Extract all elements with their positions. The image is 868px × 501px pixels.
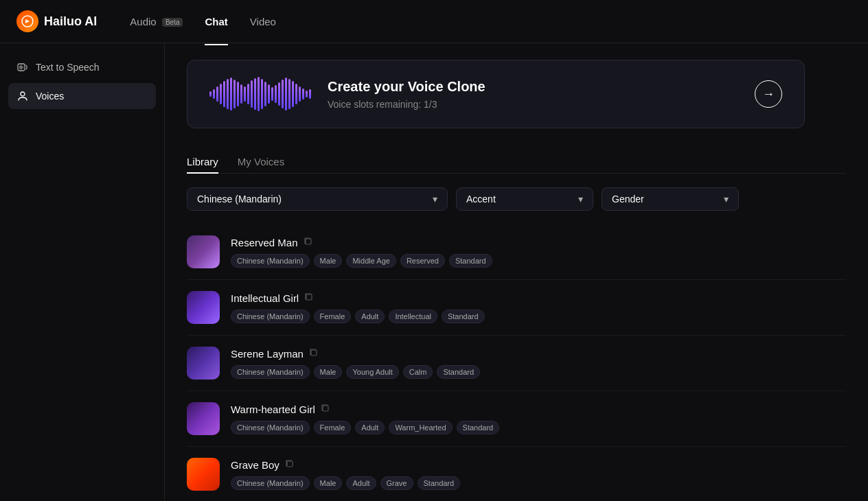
- tag: Standard: [449, 254, 492, 268]
- tag: Standard: [457, 421, 500, 434]
- copy-icon-2[interactable]: [309, 348, 319, 360]
- tag: Middle Age: [346, 254, 396, 268]
- voice-info-0: Reserved ManChinese (Mandarin)MaleMiddle…: [231, 237, 846, 268]
- tag: Chinese (Mandarin): [231, 476, 310, 490]
- voice-name-row-4: Grave Boy: [231, 459, 846, 471]
- logo-icon: [16, 10, 38, 32]
- tag: Female: [314, 421, 352, 434]
- filters: Chinese (Mandarin) ▾ Accent ▾ Gender ▾: [187, 187, 846, 211]
- layout: Text to Speech Voices Create your Voice …: [0, 43, 868, 501]
- tag: Chinese (Mandarin): [231, 421, 310, 434]
- voice-avatar-4: [187, 458, 220, 491]
- voice-avatar-0: [187, 235, 220, 268]
- tag: Adult: [355, 310, 385, 323]
- tag: Chinese (Mandarin): [231, 254, 310, 268]
- main-content: Create your Voice Clone Voice slots rema…: [165, 43, 868, 501]
- banner-subtitle: Voice slots remaining: 1/3: [328, 99, 738, 110]
- tag: Chinese (Mandarin): [231, 365, 310, 379]
- accent-filter[interactable]: Accent ▾: [456, 187, 593, 211]
- svg-rect-4: [306, 294, 312, 300]
- voice-name-2: Serene Layman: [231, 348, 304, 360]
- voice-info-4: Grave BoyChinese (Mandarin)MaleAdultGrav…: [231, 459, 846, 490]
- svg-rect-7: [287, 461, 293, 467]
- svg-rect-3: [306, 239, 311, 244]
- gender-filter[interactable]: Gender ▾: [602, 187, 739, 211]
- voice-item-1[interactable]: Intellectual GirlChinese (Mandarin)Femal…: [187, 280, 846, 336]
- voice-avatar-3: [187, 402, 220, 435]
- voice-name-row-1: Intellectual Girl: [231, 292, 846, 304]
- logo-text: Hailuo AI: [44, 14, 97, 29]
- sidebar-item-voices[interactable]: Voices: [8, 83, 156, 109]
- language-filter-value: Chinese (Mandarin): [197, 194, 282, 205]
- waveform: [209, 77, 311, 111]
- tag: Standard: [442, 310, 485, 323]
- voice-avatar-2: [187, 347, 220, 380]
- voice-tags-2: Chinese (Mandarin)MaleYoung AdultCalmSta…: [231, 365, 846, 379]
- tts-icon: [16, 61, 29, 73]
- copy-icon-1[interactable]: [304, 292, 314, 304]
- voice-tags-0: Chinese (Mandarin)MaleMiddle AgeReserved…: [231, 254, 846, 268]
- sidebar: Text to Speech Voices: [0, 43, 165, 501]
- accent-filter-chevron: ▾: [578, 194, 583, 205]
- nav-chat[interactable]: Chat: [205, 13, 227, 30]
- voice-name-1: Intellectual Girl: [231, 292, 299, 304]
- voice-name-row-3: Warm-hearted Girl: [231, 404, 846, 415]
- svg-rect-6: [323, 406, 328, 411]
- tab-library[interactable]: Library: [187, 150, 218, 173]
- topnav: Hailuo AI Audio Beta Chat Video: [0, 0, 868, 43]
- nav-audio[interactable]: Audio Beta: [130, 13, 183, 30]
- banner-title: Create your Voice Clone: [328, 79, 738, 95]
- tag: Male: [314, 476, 343, 490]
- banner-arrow-button[interactable]: →: [755, 80, 782, 108]
- tag: Grave: [380, 476, 413, 490]
- tag: Male: [314, 365, 343, 379]
- voice-name-4: Grave Boy: [231, 459, 279, 471]
- voice-name-0: Reserved Man: [231, 237, 298, 248]
- tag: Female: [314, 310, 352, 323]
- voice-name-row-0: Reserved Man: [231, 237, 846, 248]
- nav-video[interactable]: Video: [250, 13, 276, 30]
- voice-item-2[interactable]: Serene LaymanChinese (Mandarin)MaleYoung…: [187, 336, 846, 391]
- tag: Adult: [346, 476, 376, 490]
- logo[interactable]: Hailuo AI: [16, 10, 97, 32]
- tag: Chinese (Mandarin): [231, 310, 310, 323]
- copy-icon-4[interactable]: [285, 459, 295, 471]
- voice-name-3: Warm-hearted Girl: [231, 404, 315, 415]
- voice-info-1: Intellectual GirlChinese (Mandarin)Femal…: [231, 292, 846, 323]
- voice-tags-3: Chinese (Mandarin)FemaleAdultWarm_Hearte…: [231, 421, 846, 434]
- gender-filter-value: Gender: [612, 194, 644, 205]
- gender-filter-chevron: ▾: [724, 194, 729, 205]
- language-filter[interactable]: Chinese (Mandarin) ▾: [187, 187, 448, 211]
- svg-rect-5: [311, 350, 317, 356]
- voice-clone-banner[interactable]: Create your Voice Clone Voice slots rema…: [187, 60, 805, 128]
- tag: Standard: [418, 476, 461, 490]
- sidebar-item-tts[interactable]: Text to Speech: [8, 54, 156, 80]
- voice-item-4[interactable]: Grave BoyChinese (Mandarin)MaleAdultGrav…: [187, 447, 846, 501]
- tag: Warm_Hearted: [389, 421, 452, 434]
- sidebar-voices-label: Voices: [36, 91, 64, 102]
- beta-badge: Beta: [162, 18, 183, 27]
- tag: Calm: [403, 365, 433, 379]
- copy-icon-0[interactable]: [304, 237, 313, 248]
- sidebar-tts-label: Text to Speech: [36, 62, 100, 73]
- banner-text: Create your Voice Clone Voice slots rema…: [328, 79, 738, 110]
- voice-list: Reserved ManChinese (Mandarin)MaleMiddle…: [187, 224, 846, 501]
- accent-filter-value: Accent: [466, 194, 496, 205]
- voice-item-0[interactable]: Reserved ManChinese (Mandarin)MaleMiddle…: [187, 224, 846, 280]
- voice-tags-1: Chinese (Mandarin)FemaleAdultIntellectua…: [231, 310, 846, 323]
- voice-name-row-2: Serene Layman: [231, 348, 846, 360]
- svg-point-2: [21, 92, 25, 96]
- voice-tags-4: Chinese (Mandarin)MaleAdultGraveStandard: [231, 476, 846, 490]
- tag: Adult: [355, 421, 385, 434]
- tag: Intellectual: [389, 310, 437, 323]
- voice-avatar-1: [187, 291, 220, 324]
- voices-icon: [16, 90, 29, 102]
- tag: Standard: [437, 365, 480, 379]
- voice-info-2: Serene LaymanChinese (Mandarin)MaleYoung…: [231, 348, 846, 379]
- tag: Male: [314, 254, 343, 268]
- tab-my-voices[interactable]: My Voices: [238, 150, 284, 173]
- tag: Young Adult: [346, 365, 398, 379]
- voice-item-3[interactable]: Warm-hearted GirlChinese (Mandarin)Femal…: [187, 391, 846, 447]
- tag: Reserved: [400, 254, 445, 268]
- copy-icon-3[interactable]: [321, 404, 330, 415]
